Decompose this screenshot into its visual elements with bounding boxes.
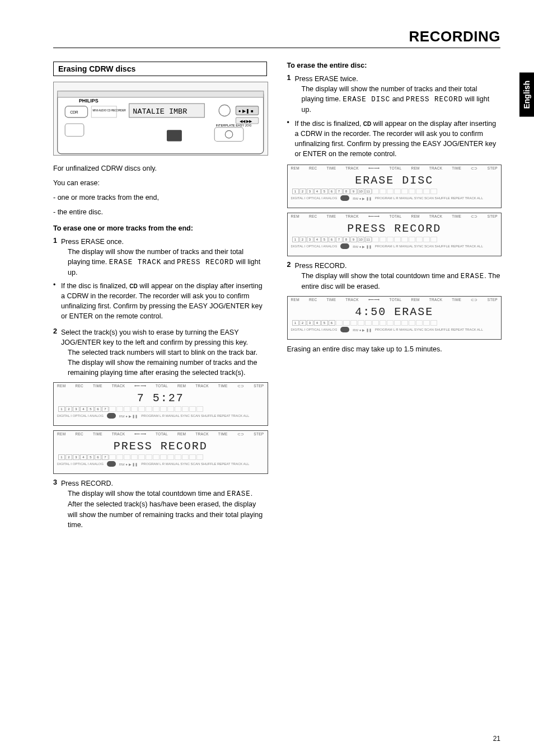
- bullet-finalized: If the disc is finalized, CD will appear…: [287, 119, 501, 159]
- svg-rect-1: [58, 91, 264, 97]
- language-tab: English: [519, 73, 534, 117]
- left-column: Erasing CDRW discs PHILIPS CDR MINI AUDI…: [53, 62, 267, 533]
- section-title: Erasing CDRW discs: [53, 62, 267, 76]
- lcd-display: REMRECTIMETRACK⟵⟶TOTALREMTRACKTIME⊂⊃STEP…: [287, 296, 502, 340]
- svg-text:INTERPLATE: INTERPLATE: [216, 124, 235, 127]
- svg-text:MINI AUDIO CD RECORDER: MINI AUDIO CD RECORDER: [93, 109, 127, 112]
- step-2: 2 Press RECORD. The display will show th…: [287, 261, 501, 292]
- right-column: To erase the entire disc: 1 Press ERASE …: [287, 62, 501, 533]
- intro-line: - the entire disc.: [53, 207, 267, 217]
- svg-text:◀◀  ▶▶: ◀◀ ▶▶: [240, 119, 252, 123]
- intro-line: You can erase:: [53, 178, 267, 188]
- device-illustration: PHILIPS CDR MINI AUDIO CD RECORDER NATAL…: [53, 82, 268, 156]
- lcd-display: REMRECTIMETRACK⟵⟶TOTALREMTRACKTIME⊂⊃STEP…: [53, 382, 268, 426]
- lcd-display: REMRECTIMETRACK⟵⟶TOTALREMTRACKTIME⊂⊃STEP…: [287, 165, 502, 208]
- step-1: 1 Press ERASE once. The display will sho…: [53, 237, 267, 278]
- intro-line: For unfinalized CDRW discs only.: [53, 163, 267, 173]
- page-header: RECORDING: [53, 28, 500, 45]
- page-number: 21: [493, 735, 500, 743]
- header-rule: [53, 48, 500, 48]
- svg-text:EASY JOG: EASY JOG: [236, 124, 251, 127]
- lcd-display: REMRECTIMETRACK⟵⟶TOTALREMTRACKTIME⊂⊃STEP…: [53, 430, 268, 474]
- step-3: 3 Press RECORD. The display will show th…: [53, 478, 267, 530]
- step-2: 2 Select the track(s) you wish to erase …: [53, 327, 267, 378]
- svg-text:CDR: CDR: [70, 110, 78, 114]
- intro-line: - one or more tracks from the end,: [53, 192, 267, 203]
- lcd-display: REMRECTIMETRACK⟵⟶TOTALREMTRACKTIME⊂⊃STEP…: [287, 213, 502, 256]
- subheading: To erase the entire disc:: [287, 62, 501, 69]
- subheading: To erase one or more tracks from the end…: [53, 224, 267, 232]
- bullet-finalized: If the disc is finalized, CD will appear…: [53, 281, 267, 322]
- svg-text:PHILIPS: PHILIPS: [79, 98, 99, 104]
- svg-rect-15: [167, 130, 182, 141]
- outro: Erasing an entire disc may take up to 1.…: [287, 344, 501, 354]
- svg-text:● ▶❚ ■: ● ▶❚ ■: [238, 109, 254, 114]
- step-1: 1 Press ERASE twice. The display will sh…: [287, 74, 501, 115]
- svg-text:NATALIE  IMBR: NATALIE IMBR: [133, 107, 187, 116]
